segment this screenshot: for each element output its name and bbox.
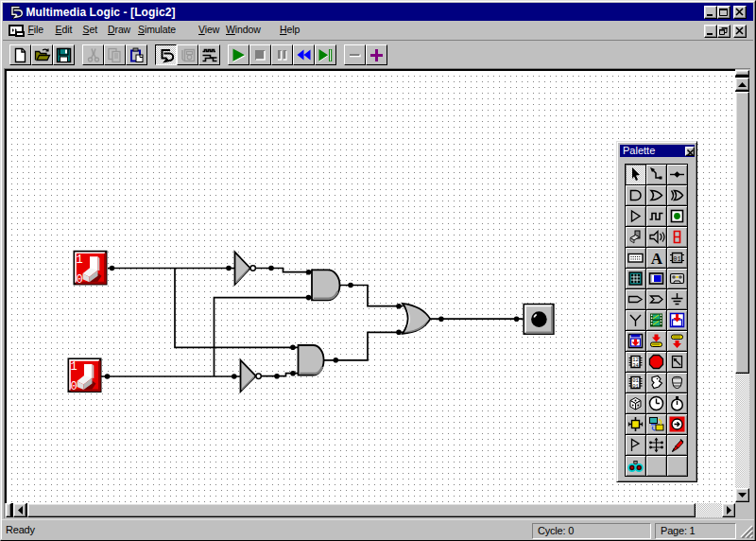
svg-text:A: A: [651, 250, 663, 268]
svg-text:34: 34: [632, 362, 639, 369]
svg-text:01: 01: [632, 383, 639, 390]
svg-text:01: 01: [673, 255, 680, 263]
